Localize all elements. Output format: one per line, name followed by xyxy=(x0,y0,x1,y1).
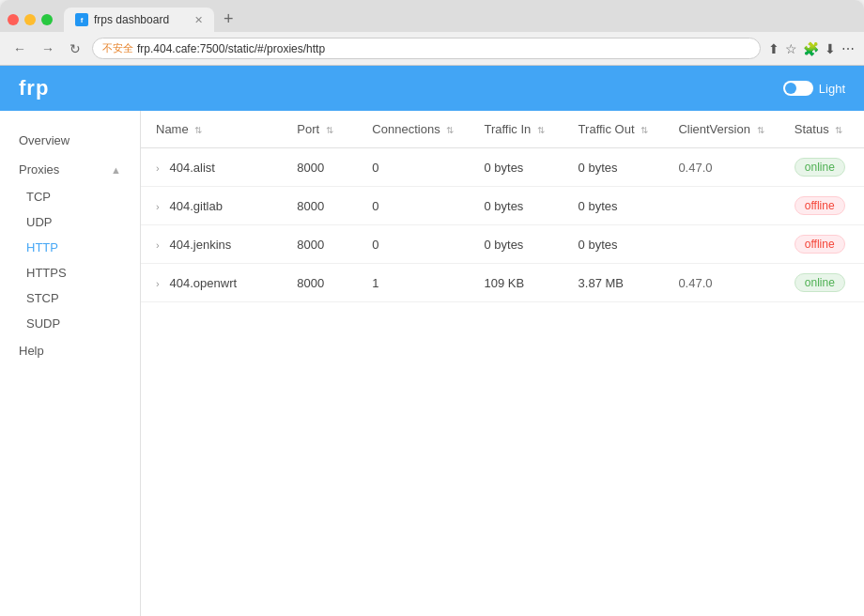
sidebar-item-udp[interactable]: UDP xyxy=(0,209,140,235)
toggle-dot xyxy=(785,83,796,94)
share-icon[interactable]: ⬆ xyxy=(768,41,779,56)
col-header-port[interactable]: Port ⇅ xyxy=(282,111,357,148)
help-label: Help xyxy=(19,344,44,358)
cell-traffic-out-1: 0 bytes xyxy=(563,187,664,225)
tab-title: frps dashboard xyxy=(94,13,169,26)
cell-expand-0: › 404.alist xyxy=(141,148,282,187)
proxies-table: Name ⇅ Port ⇅ Connections ⇅ xyxy=(141,111,864,302)
cell-connections-3: 1 xyxy=(357,264,469,302)
cell-status-3: online xyxy=(779,264,864,302)
cell-status-1: offline xyxy=(779,187,864,225)
table-row: › 404.jenkins 8000 0 0 bytes 0 bytes off… xyxy=(141,225,864,264)
app-logo: frp xyxy=(19,76,49,100)
cell-traffic-out-2: 0 bytes xyxy=(563,225,664,264)
status-badge: online xyxy=(795,273,845,292)
col-header-connections[interactable]: Connections ⇅ xyxy=(357,111,469,148)
https-label: HTTPS xyxy=(26,266,67,280)
address-bar: ← → ↻ 不安全 frp.404.cafe:7500/static/#/pro… xyxy=(0,32,864,66)
menu-icon[interactable]: ⋯ xyxy=(841,41,855,56)
expand-icon[interactable]: › xyxy=(156,162,160,174)
reload-button[interactable]: ↻ xyxy=(66,39,85,58)
udp-label: UDP xyxy=(26,215,52,229)
cell-client-version-1 xyxy=(663,187,779,225)
cell-connections-2: 0 xyxy=(357,225,469,264)
cell-traffic-in-3: 109 KB xyxy=(469,264,563,302)
cell-traffic-in-0: 0 bytes xyxy=(469,148,563,187)
sort-icon-traffic-in: ⇅ xyxy=(537,125,545,135)
col-header-name[interactable]: Name ⇅ xyxy=(141,111,282,148)
sort-icon-traffic-out: ⇅ xyxy=(640,125,648,135)
sidebar-item-stcp[interactable]: STCP xyxy=(0,285,140,311)
security-warning: 不安全 xyxy=(102,41,133,55)
sidebar-item-sudp[interactable]: SUDP xyxy=(0,311,140,336)
stcp-label: STCP xyxy=(26,291,59,305)
cell-client-version-0: 0.47.0 xyxy=(663,148,779,187)
address-text: frp.404.cafe:7500/static/#/proxies/http xyxy=(137,42,325,55)
cell-name: 404.alist xyxy=(170,161,215,175)
theme-switch[interactable] xyxy=(783,81,813,96)
download-icon[interactable]: ⬇ xyxy=(825,41,836,56)
app-body: Overview Proxies ▲ TCP UDP HTTP HTTPS xyxy=(0,111,864,616)
sidebar-item-help[interactable]: Help xyxy=(0,336,140,365)
forward-button[interactable]: → xyxy=(38,39,58,58)
cell-client-version-3: 0.47.0 xyxy=(663,264,779,302)
theme-label: Light xyxy=(819,82,845,96)
col-header-traffic-out[interactable]: Traffic Out ⇅ xyxy=(563,111,664,148)
col-header-traffic-in[interactable]: Traffic In ⇅ xyxy=(469,111,563,148)
cell-traffic-out-3: 3.87 MB xyxy=(563,264,664,302)
overview-label: Overview xyxy=(19,133,69,147)
tab-favicon: f xyxy=(75,13,88,26)
theme-toggle[interactable]: Light xyxy=(783,81,845,96)
cell-name: 404.openwrt xyxy=(170,276,238,290)
cell-expand-1: › 404.gitlab xyxy=(141,187,282,225)
proxies-label: Proxies xyxy=(19,162,59,177)
main-content: Name ⇅ Port ⇅ Connections ⇅ xyxy=(141,111,864,616)
expand-icon[interactable]: › xyxy=(156,239,160,251)
back-button[interactable]: ← xyxy=(9,39,30,58)
cell-connections-1: 0 xyxy=(357,187,469,225)
cell-client-version-2 xyxy=(663,225,779,264)
sort-icon-name: ⇅ xyxy=(194,125,202,135)
sidebar-item-http[interactable]: HTTP xyxy=(0,235,140,260)
sort-icon-port: ⇅ xyxy=(326,125,333,135)
minimize-button[interactable] xyxy=(24,14,36,25)
http-label: HTTP xyxy=(26,240,58,254)
table-header-row: Name ⇅ Port ⇅ Connections ⇅ xyxy=(141,111,864,148)
status-badge: offline xyxy=(795,196,845,215)
cell-connections-0: 0 xyxy=(357,148,469,187)
cell-traffic-out-0: 0 bytes xyxy=(563,148,664,187)
sidebar-item-overview[interactable]: Overview xyxy=(0,126,140,155)
cell-expand-2: › 404.jenkins xyxy=(141,225,282,264)
tab-close-icon[interactable]: ✕ xyxy=(194,14,203,26)
extension-icon[interactable]: 🧩 xyxy=(803,41,819,56)
cell-port-0: 8000 xyxy=(282,148,357,187)
tcp-label: TCP xyxy=(26,190,51,204)
expand-icon[interactable]: › xyxy=(156,201,160,212)
sidebar-item-https[interactable]: HTTPS xyxy=(0,260,140,285)
toolbar-icons: ⬆ ☆ 🧩 ⬇ ⋯ xyxy=(768,41,855,56)
bookmark-icon[interactable]: ☆ xyxy=(785,41,797,56)
app-header: frp Light xyxy=(0,66,864,111)
col-header-client-version[interactable]: ClientVersion ⇅ xyxy=(663,111,779,148)
new-tab-button[interactable]: + xyxy=(218,9,239,29)
cell-expand-3: › 404.openwrt xyxy=(141,264,282,302)
expand-icon[interactable]: › xyxy=(156,278,160,289)
close-button[interactable] xyxy=(8,14,19,25)
cell-status-2: offline xyxy=(779,225,864,264)
sudp-label: SUDP xyxy=(26,316,60,331)
cell-traffic-in-1: 0 bytes xyxy=(469,187,563,225)
window-controls xyxy=(8,14,53,25)
sort-icon-client-version: ⇅ xyxy=(757,125,764,135)
cell-name: 404.gitlab xyxy=(170,199,223,213)
browser-window: f frps dashboard ✕ + ← → ↻ 不安全 frp.404.c… xyxy=(0,0,864,616)
sidebar-item-proxies[interactable]: Proxies ▲ xyxy=(0,155,140,184)
sidebar-item-tcp[interactable]: TCP xyxy=(0,184,140,209)
address-input[interactable]: 不安全 frp.404.cafe:7500/static/#/proxies/h… xyxy=(92,38,761,59)
status-badge: offline xyxy=(795,235,845,254)
maximize-button[interactable] xyxy=(41,14,53,25)
active-tab[interactable]: f frps dashboard ✕ xyxy=(64,8,214,32)
cell-status-0: online xyxy=(779,148,864,187)
sidebar: Overview Proxies ▲ TCP UDP HTTP HTTPS xyxy=(0,111,141,616)
tab-bar: f frps dashboard ✕ + xyxy=(0,0,864,32)
col-header-status[interactable]: Status ⇅ xyxy=(779,111,864,148)
